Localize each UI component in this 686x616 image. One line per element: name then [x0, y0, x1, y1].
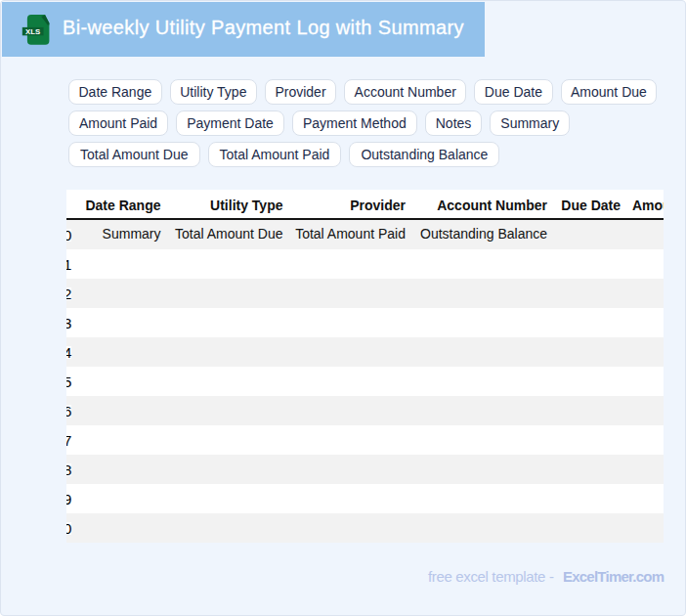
svg-text:XLS: XLS	[25, 27, 40, 36]
